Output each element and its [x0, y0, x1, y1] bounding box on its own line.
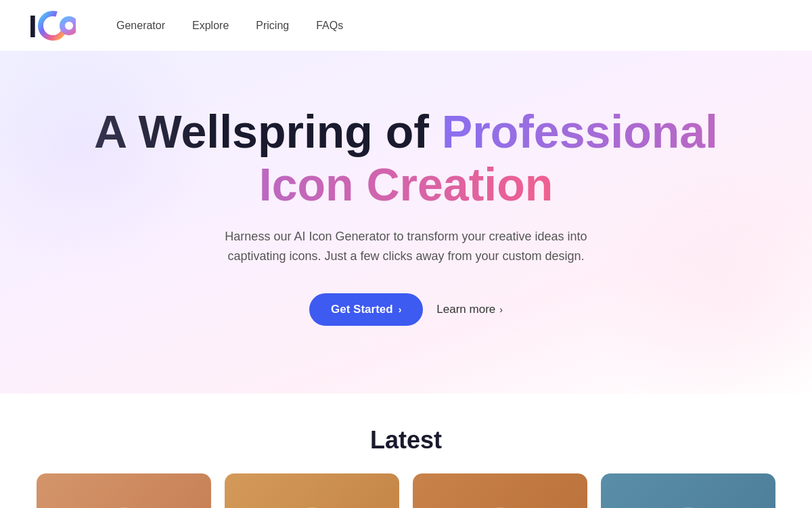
- nav-link-explore[interactable]: Explore: [192, 20, 229, 31]
- latest-card-2[interactable]: [225, 473, 399, 508]
- latest-title: Latest: [27, 426, 785, 454]
- hero-section: A Wellspring of ProfessionalIcon Creatio…: [0, 51, 812, 394]
- learn-more-button[interactable]: Learn more ›: [436, 303, 503, 316]
- latest-card-1[interactable]: [37, 473, 211, 508]
- nav-link-pricing[interactable]: Pricing: [256, 20, 289, 31]
- cards-row: [27, 473, 785, 508]
- hero-title-plain: A Wellspring of: [94, 106, 442, 157]
- logo[interactable]: I: [27, 9, 76, 43]
- nav-link-generator[interactable]: Generator: [116, 20, 165, 31]
- latest-card-3[interactable]: [413, 473, 587, 508]
- nav-item-faqs[interactable]: FAQs: [316, 20, 343, 32]
- nav-item-explore[interactable]: Explore: [192, 20, 229, 32]
- nav-item-generator[interactable]: Generator: [116, 20, 165, 32]
- navbar: I Generator: [0, 0, 812, 51]
- logo-icon: I: [27, 9, 76, 43]
- chevron-right-icon: ›: [499, 304, 503, 315]
- svg-text:I: I: [28, 9, 37, 43]
- get-started-button[interactable]: Get Started ›: [309, 293, 423, 326]
- chevron-right-icon: ›: [399, 304, 402, 315]
- nav-link-faqs[interactable]: FAQs: [316, 20, 343, 31]
- hero-subtitle: Harness our AI Icon Generator to transfo…: [217, 227, 595, 266]
- nav-item-pricing[interactable]: Pricing: [256, 20, 289, 32]
- nav-links: Generator Explore Pricing FAQs: [116, 20, 343, 32]
- svg-point-2: [62, 19, 76, 33]
- latest-section: Latest: [0, 394, 812, 508]
- hero-title: A Wellspring of ProfessionalIcon Creatio…: [27, 105, 785, 211]
- latest-card-4[interactable]: [601, 473, 775, 508]
- hero-actions: Get Started › Learn more ›: [27, 293, 785, 326]
